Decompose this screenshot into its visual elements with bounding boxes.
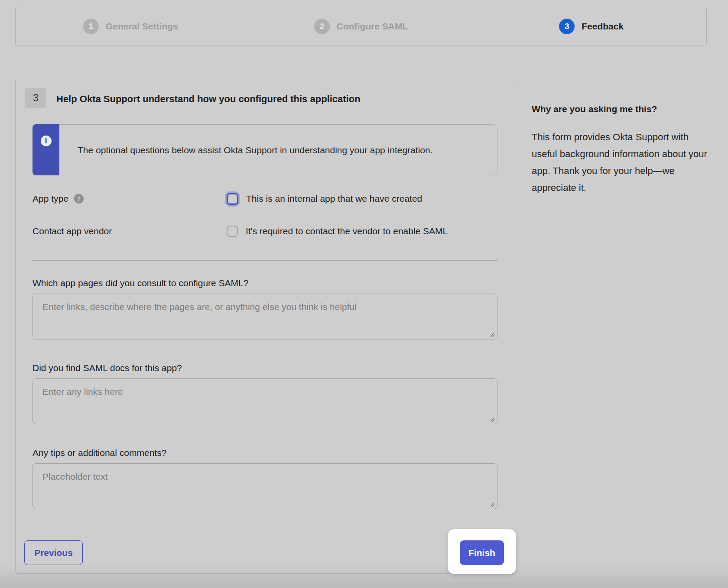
app-type-label-group: App type ? xyxy=(32,194,227,204)
previous-button[interactable]: Previous xyxy=(24,540,83,565)
info-banner: i The optional questions below assist Ok… xyxy=(32,124,497,175)
question-comments-field-wrap xyxy=(32,463,497,509)
section-divider xyxy=(32,260,497,261)
app-type-row: App type ? This is an internal app that … xyxy=(32,188,497,209)
info-banner-text: The optional questions below assist Okta… xyxy=(59,142,450,158)
step-number-badge: 3 xyxy=(559,19,575,34)
step-label: Configure SAML xyxy=(337,21,408,32)
question-app-pages-textarea[interactable] xyxy=(32,294,497,339)
step-configure-saml[interactable]: 2 Configure SAML xyxy=(246,7,477,45)
question-comments-label: Any tips or additional comments? xyxy=(32,448,166,458)
question-saml-docs-label: Did you find SAML docs for this app? xyxy=(32,363,182,373)
sidebar-heading: Why are you asking me this? xyxy=(532,104,710,114)
feedback-form-card: 3 Help Okta Support understand how you c… xyxy=(15,79,514,574)
question-saml-docs-textarea[interactable] xyxy=(32,378,497,424)
wizard-stepper: 1 General Settings 2 Configure SAML 3 Fe… xyxy=(15,7,707,45)
help-sidebar: Why are you asking me this? This form pr… xyxy=(532,104,710,196)
question-app-pages-field-wrap xyxy=(32,294,497,339)
step-label: Feedback xyxy=(582,21,624,32)
finish-button[interactable]: Finish xyxy=(460,540,504,565)
info-icon: i xyxy=(41,136,52,146)
internal-app-checkbox[interactable] xyxy=(227,193,238,205)
help-icon[interactable]: ? xyxy=(74,194,84,204)
step-label: General Settings xyxy=(106,21,178,32)
contact-vendor-label: Contact app vendor xyxy=(32,226,112,236)
question-saml-docs-field-wrap xyxy=(32,378,497,424)
section-title: Help Okta Support understand how you con… xyxy=(56,94,361,105)
contact-vendor-checkbox-label: It's required to contact the vendor to e… xyxy=(246,226,448,236)
app-type-label: App type xyxy=(32,194,68,204)
step-number-badge: 2 xyxy=(314,19,330,34)
question-app-pages-label: Which app pages did you consult to confi… xyxy=(32,278,248,288)
step-general-settings[interactable]: 1 General Settings xyxy=(16,7,246,45)
step-number-badge: 1 xyxy=(83,19,99,34)
finish-button-spotlight: Finish xyxy=(448,529,516,574)
internal-app-checkbox-label: This is an internal app that we have cre… xyxy=(246,194,422,204)
step-feedback[interactable]: 3 Feedback xyxy=(476,7,706,45)
info-banner-message: The optional questions below assist Okta… xyxy=(78,142,433,158)
contact-vendor-row: Contact app vendor It's required to cont… xyxy=(32,221,497,242)
section-number-badge: 3 xyxy=(25,88,46,108)
contact-vendor-checkbox[interactable] xyxy=(227,226,238,237)
question-comments-textarea[interactable] xyxy=(32,463,497,509)
contact-vendor-label-group: Contact app vendor xyxy=(32,226,227,236)
info-banner-accent-strip: i xyxy=(32,124,59,175)
sidebar-body-text: This form provides Okta Support with use… xyxy=(532,129,710,196)
